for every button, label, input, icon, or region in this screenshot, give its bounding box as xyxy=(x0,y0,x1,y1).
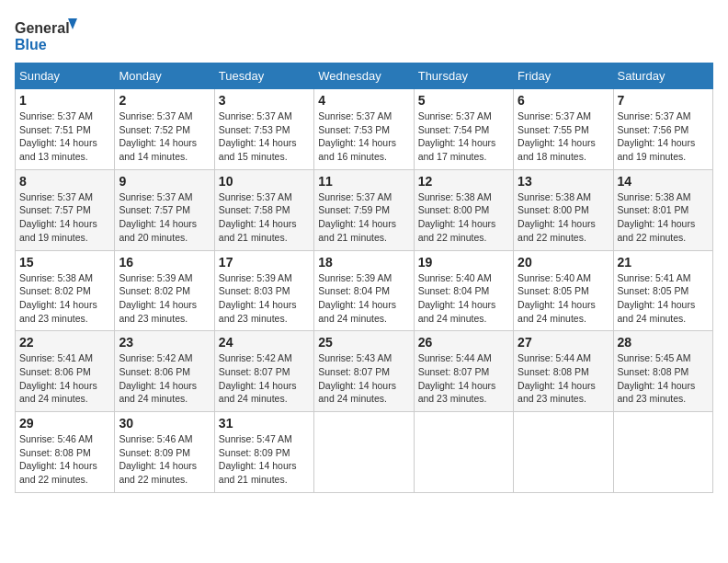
day-info: Sunrise: 5:40 AMSunset: 8:05 PMDaylight:… xyxy=(518,271,609,326)
day-cell-15: 15Sunrise: 5:38 AMSunset: 8:02 PMDayligh… xyxy=(16,250,115,331)
day-cell-27: 27Sunrise: 5:44 AMSunset: 8:08 PMDayligh… xyxy=(514,331,613,412)
day-number: 17 xyxy=(219,255,310,270)
logo: GeneralBlue xyxy=(15,15,81,55)
day-cell-25: 25Sunrise: 5:43 AMSunset: 8:07 PMDayligh… xyxy=(314,331,414,412)
day-number: 21 xyxy=(618,255,709,270)
day-number: 15 xyxy=(19,255,110,270)
day-number: 28 xyxy=(618,335,709,350)
day-cell-2: 2Sunrise: 5:37 AMSunset: 7:52 PMDaylight… xyxy=(115,89,214,170)
empty-cell xyxy=(514,412,613,493)
day-cell-30: 30Sunrise: 5:46 AMSunset: 8:09 PMDayligh… xyxy=(115,412,214,493)
day-number: 6 xyxy=(518,93,609,108)
day-info: Sunrise: 5:38 AMSunset: 8:01 PMDaylight:… xyxy=(618,190,709,245)
empty-cell xyxy=(613,412,712,493)
day-cell-23: 23Sunrise: 5:42 AMSunset: 8:06 PMDayligh… xyxy=(115,331,214,412)
day-cell-6: 6Sunrise: 5:37 AMSunset: 7:55 PMDaylight… xyxy=(514,89,613,170)
day-cell-18: 18Sunrise: 5:39 AMSunset: 8:04 PMDayligh… xyxy=(314,250,414,331)
day-cell-16: 16Sunrise: 5:39 AMSunset: 8:02 PMDayligh… xyxy=(115,250,214,331)
weekday-header-thursday: Thursday xyxy=(414,63,513,89)
day-info: Sunrise: 5:44 AMSunset: 8:07 PMDaylight:… xyxy=(418,351,509,406)
day-number: 2 xyxy=(119,93,210,108)
day-cell-19: 19Sunrise: 5:40 AMSunset: 8:04 PMDayligh… xyxy=(414,250,513,331)
day-info: Sunrise: 5:37 AMSunset: 7:57 PMDaylight:… xyxy=(19,190,110,245)
day-cell-11: 11Sunrise: 5:37 AMSunset: 7:59 PMDayligh… xyxy=(314,169,414,250)
day-number: 27 xyxy=(518,335,609,350)
day-cell-3: 3Sunrise: 5:37 AMSunset: 7:53 PMDaylight… xyxy=(214,89,313,170)
day-info: Sunrise: 5:41 AMSunset: 8:05 PMDaylight:… xyxy=(618,271,709,326)
logo-svg: GeneralBlue xyxy=(15,15,81,55)
day-info: Sunrise: 5:41 AMSunset: 8:06 PMDaylight:… xyxy=(19,351,110,406)
day-info: Sunrise: 5:38 AMSunset: 8:02 PMDaylight:… xyxy=(19,271,110,326)
weekday-header-sunday: Sunday xyxy=(16,63,115,89)
day-number: 22 xyxy=(19,335,110,350)
day-cell-28: 28Sunrise: 5:45 AMSunset: 8:08 PMDayligh… xyxy=(613,331,712,412)
day-number: 9 xyxy=(119,174,210,189)
day-number: 29 xyxy=(19,416,110,431)
day-info: Sunrise: 5:39 AMSunset: 8:02 PMDaylight:… xyxy=(119,271,210,326)
day-info: Sunrise: 5:37 AMSunset: 7:59 PMDaylight:… xyxy=(318,190,409,245)
day-number: 1 xyxy=(19,93,110,108)
week-row-5: 29Sunrise: 5:46 AMSunset: 8:08 PMDayligh… xyxy=(16,412,713,493)
week-row-3: 15Sunrise: 5:38 AMSunset: 8:02 PMDayligh… xyxy=(16,250,713,331)
day-cell-26: 26Sunrise: 5:44 AMSunset: 8:07 PMDayligh… xyxy=(414,331,513,412)
page-header: GeneralBlue xyxy=(15,15,713,55)
week-row-4: 22Sunrise: 5:41 AMSunset: 8:06 PMDayligh… xyxy=(16,331,713,412)
day-info: Sunrise: 5:40 AMSunset: 8:04 PMDaylight:… xyxy=(418,271,509,326)
day-cell-13: 13Sunrise: 5:38 AMSunset: 8:00 PMDayligh… xyxy=(514,169,613,250)
day-number: 23 xyxy=(119,335,210,350)
day-number: 26 xyxy=(418,335,509,350)
day-info: Sunrise: 5:37 AMSunset: 7:55 PMDaylight:… xyxy=(518,109,609,164)
day-info: Sunrise: 5:44 AMSunset: 8:08 PMDaylight:… xyxy=(518,351,609,406)
weekday-header-monday: Monday xyxy=(115,63,214,89)
svg-text:General: General xyxy=(15,20,70,36)
day-cell-1: 1Sunrise: 5:37 AMSunset: 7:51 PMDaylight… xyxy=(16,89,115,170)
day-info: Sunrise: 5:39 AMSunset: 8:03 PMDaylight:… xyxy=(219,271,310,326)
day-cell-21: 21Sunrise: 5:41 AMSunset: 8:05 PMDayligh… xyxy=(613,250,712,331)
day-info: Sunrise: 5:45 AMSunset: 8:08 PMDaylight:… xyxy=(618,351,709,406)
weekday-header-tuesday: Tuesday xyxy=(214,63,313,89)
day-number: 12 xyxy=(418,174,509,189)
weekday-header-row: SundayMondayTuesdayWednesdayThursdayFrid… xyxy=(16,63,713,89)
week-row-2: 8Sunrise: 5:37 AMSunset: 7:57 PMDaylight… xyxy=(16,169,713,250)
day-cell-7: 7Sunrise: 5:37 AMSunset: 7:56 PMDaylight… xyxy=(613,89,712,170)
day-cell-29: 29Sunrise: 5:46 AMSunset: 8:08 PMDayligh… xyxy=(16,412,115,493)
day-number: 30 xyxy=(119,416,210,431)
day-info: Sunrise: 5:38 AMSunset: 8:00 PMDaylight:… xyxy=(518,190,609,245)
day-info: Sunrise: 5:37 AMSunset: 7:56 PMDaylight:… xyxy=(618,109,709,164)
day-cell-4: 4Sunrise: 5:37 AMSunset: 7:53 PMDaylight… xyxy=(314,89,414,170)
day-info: Sunrise: 5:43 AMSunset: 8:07 PMDaylight:… xyxy=(318,351,409,406)
day-info: Sunrise: 5:38 AMSunset: 8:00 PMDaylight:… xyxy=(418,190,509,245)
day-number: 11 xyxy=(318,174,409,189)
day-cell-9: 9Sunrise: 5:37 AMSunset: 7:57 PMDaylight… xyxy=(115,169,214,250)
day-info: Sunrise: 5:37 AMSunset: 7:57 PMDaylight:… xyxy=(119,190,210,245)
week-row-1: 1Sunrise: 5:37 AMSunset: 7:51 PMDaylight… xyxy=(16,89,713,170)
day-cell-20: 20Sunrise: 5:40 AMSunset: 8:05 PMDayligh… xyxy=(514,250,613,331)
day-cell-10: 10Sunrise: 5:37 AMSunset: 7:58 PMDayligh… xyxy=(214,169,313,250)
empty-cell xyxy=(314,412,414,493)
day-number: 31 xyxy=(219,416,310,431)
day-number: 14 xyxy=(618,174,709,189)
day-number: 7 xyxy=(618,93,709,108)
calendar-table: SundayMondayTuesdayWednesdayThursdayFrid… xyxy=(15,63,713,493)
weekday-header-wednesday: Wednesday xyxy=(314,63,414,89)
day-cell-14: 14Sunrise: 5:38 AMSunset: 8:01 PMDayligh… xyxy=(613,169,712,250)
day-number: 3 xyxy=(219,93,310,108)
empty-cell xyxy=(414,412,513,493)
day-number: 18 xyxy=(318,255,409,270)
svg-text:Blue: Blue xyxy=(15,37,47,52)
day-cell-12: 12Sunrise: 5:38 AMSunset: 8:00 PMDayligh… xyxy=(414,169,513,250)
day-number: 25 xyxy=(318,335,409,350)
day-number: 8 xyxy=(19,174,110,189)
day-number: 19 xyxy=(418,255,509,270)
day-cell-17: 17Sunrise: 5:39 AMSunset: 8:03 PMDayligh… xyxy=(214,250,313,331)
day-number: 20 xyxy=(518,255,609,270)
day-number: 24 xyxy=(219,335,310,350)
day-info: Sunrise: 5:42 AMSunset: 8:07 PMDaylight:… xyxy=(219,351,310,406)
day-number: 10 xyxy=(219,174,310,189)
weekday-header-friday: Friday xyxy=(514,63,613,89)
day-number: 13 xyxy=(518,174,609,189)
day-number: 16 xyxy=(119,255,210,270)
day-info: Sunrise: 5:39 AMSunset: 8:04 PMDaylight:… xyxy=(318,271,409,326)
day-info: Sunrise: 5:47 AMSunset: 8:09 PMDaylight:… xyxy=(219,432,310,487)
day-cell-22: 22Sunrise: 5:41 AMSunset: 8:06 PMDayligh… xyxy=(16,331,115,412)
